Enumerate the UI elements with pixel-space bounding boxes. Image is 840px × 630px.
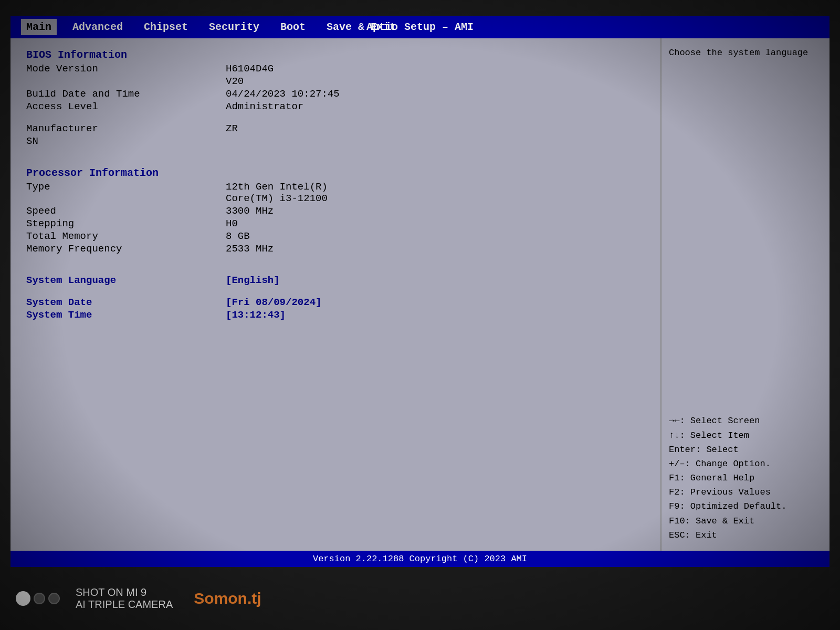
stepping-row: Stepping H0 <box>26 218 645 229</box>
system-date-row[interactable]: System Date [Fri 08/09/2024] <box>26 297 645 308</box>
system-date-value: [Fri 08/09/2024] <box>226 297 321 308</box>
footer-text: Version 2.22.1288 Copyright (C) 2023 AMI <box>313 554 527 564</box>
access-level-label: Access Level <box>26 101 226 112</box>
manufacturer-label: Manufacturer <box>26 123 226 134</box>
sn-row: SN <box>26 135 645 147</box>
shortcut-esc: ESC: Exit <box>669 528 822 542</box>
system-date-label: System Date <box>26 297 226 308</box>
bios-info-header: BIOS Information <box>26 49 645 61</box>
camera-desc: AI TRIPLE CAMERA <box>76 598 173 611</box>
camera-dot-gray-2 <box>48 593 60 604</box>
camera-dot-white <box>16 591 30 606</box>
system-language-label: System Language <box>26 275 226 286</box>
processor-info-header: Processor Information <box>26 167 645 179</box>
build-date-row: Build Date and Time 04/24/2023 10:27:45 <box>26 88 645 100</box>
shortcut-f2: F2: Previous Values <box>669 485 822 499</box>
speed-value: 3300 MHz <box>226 205 274 217</box>
main-panel: BIOS Information Mode Version H6104D4G V… <box>10 38 662 551</box>
brand-text: Somon.tj <box>194 590 261 607</box>
stepping-value: H0 <box>226 218 238 229</box>
shortcut-select-item: ↑↓: Select Item <box>669 428 822 443</box>
memory-freq-row: Memory Frequency 2533 MHz <box>26 243 645 255</box>
sn-label: SN <box>26 135 226 147</box>
shortcut-select-screen: →←: Select Screen <box>669 414 822 428</box>
manufacturer-value: ZR <box>226 123 238 134</box>
system-language-row[interactable]: System Language [English] <box>26 275 645 286</box>
build-date-value: 04/24/2023 10:27:45 <box>226 88 340 100</box>
shortcut-change-option: +/–: Change Option. <box>669 457 822 471</box>
system-time-row[interactable]: System Time [13:12:43] <box>26 309 645 321</box>
total-memory-row: Total Memory 8 GB <box>26 230 645 242</box>
tab-main[interactable]: Main <box>21 19 57 35</box>
system-time-label: System Time <box>26 309 226 321</box>
manufacturer-row: Manufacturer ZR <box>26 123 645 134</box>
processor-type-row: Type 12th Gen Intel(R) Core(TM) i3-12100 <box>26 181 645 204</box>
bios-title: Aptio Setup – AMI <box>366 21 474 33</box>
processor-type-value: 12th Gen Intel(R) Core(TM) i3-12100 <box>226 181 328 204</box>
help-text: Choose the system language <box>669 47 822 59</box>
access-level-row: Access Level Administrator <box>26 101 645 112</box>
system-language-value: [English] <box>226 275 280 286</box>
right-panel: Choose the system language →←: Select Sc… <box>662 38 830 551</box>
tab-advanced[interactable]: Advanced <box>67 19 128 35</box>
memory-freq-label: Memory Frequency <box>26 243 226 255</box>
content-area: BIOS Information Mode Version H6104D4G V… <box>10 38 830 551</box>
access-level-value: Administrator <box>226 101 303 112</box>
mode-version-value: H6104D4G <box>226 63 274 75</box>
bios-screen: Main Advanced Chipset Security Boot Save… <box>10 16 830 567</box>
menu-tabs: Main Advanced Chipset Security Boot Save… <box>21 19 401 35</box>
speed-label: Speed <box>26 205 226 217</box>
shortcut-f10: F10: Save & Exit <box>669 514 822 528</box>
shortcut-enter: Enter: Select <box>669 443 822 457</box>
processor-type-label: Type <box>26 181 226 204</box>
memory-freq-value: 2533 MHz <box>226 243 274 255</box>
version-row: V20 <box>26 76 645 87</box>
menu-bar: Main Advanced Chipset Security Boot Save… <box>10 16 830 38</box>
speed-row: Speed 3300 MHz <box>26 205 645 217</box>
bottom-bar: Version 2.22.1288 Copyright (C) 2023 AMI <box>10 551 830 567</box>
camera-dot-gray-1 <box>34 593 45 604</box>
watermark-overlay: SHOT ON MI 9 AI TRIPLE CAMERA Somon.tj <box>0 567 840 630</box>
mode-version-label: Mode Version <box>26 63 226 75</box>
version-value: V20 <box>226 76 244 87</box>
shortcuts-section: →←: Select Screen ↑↓: Select Item Enter:… <box>669 414 822 542</box>
build-date-label: Build Date and Time <box>26 88 226 100</box>
camera-info: SHOT ON MI 9 AI TRIPLE CAMERA <box>70 586 173 611</box>
stepping-label: Stepping <box>26 218 226 229</box>
total-memory-label: Total Memory <box>26 230 226 242</box>
version-label <box>26 76 226 87</box>
tab-chipset[interactable]: Chipset <box>139 19 193 35</box>
camera-model: SHOT ON MI 9 <box>76 586 173 598</box>
camera-dots <box>16 591 63 606</box>
system-time-value: [13:12:43] <box>226 309 286 321</box>
total-memory-value: 8 GB <box>226 230 250 242</box>
tab-security[interactable]: Security <box>204 19 265 35</box>
shortcut-f9: F9: Optimized Default. <box>669 499 822 513</box>
mode-version-row: Mode Version H6104D4G <box>26 63 645 75</box>
tab-boot[interactable]: Boot <box>275 19 311 35</box>
shortcut-f1: F1: General Help <box>669 471 822 485</box>
